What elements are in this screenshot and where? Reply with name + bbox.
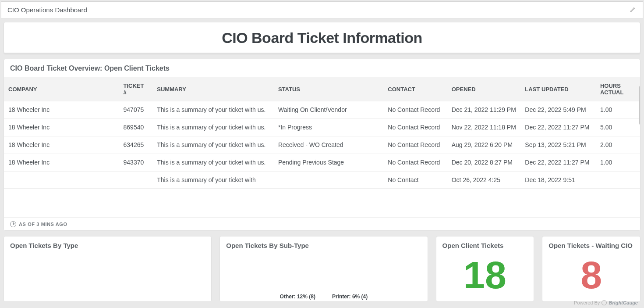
cell-ticket: 947075 (119, 101, 153, 118)
cell-opened: Oct 26, 2022 4:25 (447, 171, 521, 189)
cell-summary: This is a summary of your ticket with us… (152, 101, 274, 118)
topbar: CIO Operations Dashboard (1, 1, 643, 18)
tickets-table: COMPANY TICKET # SUMMARY STATUS CONTACT … (4, 77, 640, 101)
cell-contact: No Contact (383, 171, 447, 189)
edit-icon[interactable] (630, 6, 637, 14)
cell-status: Received - WO Created (274, 136, 383, 154)
pie-label-other: Other: 12% (8) (280, 294, 315, 300)
cell-ticket: 869540 (119, 118, 153, 136)
cell-updated: Dec 18, 2022 9:51 (520, 171, 596, 189)
cell-updated: Dec 22, 2022 5:49 PM (520, 101, 596, 118)
open-client-count: 18 (436, 251, 534, 299)
col-hours[interactable]: HOURS ACTUAL (596, 77, 640, 101)
table-row[interactable]: This is a summary of your ticket withNo … (4, 171, 640, 189)
card-title: Open Client Tickets (436, 236, 534, 251)
cell-opened: Dec 20, 2022 8:27 PM (447, 154, 521, 171)
cell-ticket: 943370 (119, 154, 153, 171)
col-updated[interactable]: LAST UPDATED (520, 77, 596, 101)
cell-hours (596, 171, 640, 189)
card-open-by-subtype: Open Tickets By Sub-Type Other: 12% (8) … (219, 236, 428, 302)
cell-summary: This is a summary of your ticket with us… (152, 154, 274, 171)
overview-title: CIO Board Ticket Overview: Open Client T… (4, 59, 640, 77)
cell-status: *In Progress (274, 118, 383, 136)
cell-summary: This is a summary of your ticket with (152, 171, 274, 189)
cell-opened: Nov 22, 2022 11:18 PM (447, 118, 521, 136)
cell-status (274, 171, 383, 189)
table-row[interactable]: 18 Wheeler Inc634265This is a summary of… (4, 136, 640, 154)
cell-opened: Dec 21, 2022 11:29 PM (447, 101, 521, 118)
col-status[interactable]: STATUS (274, 77, 383, 101)
cell-company: 18 Wheeler Inc (4, 154, 119, 171)
cell-updated: Dec 22, 2022 11:27 PM (520, 154, 596, 171)
asof-bar: AS OF 3 MINS AGO (4, 217, 640, 230)
card-title: Open Tickets - Waiting CIO (542, 236, 640, 251)
cell-contact: No Contact Record (383, 118, 447, 136)
banner-title: CIO Board Ticket Information (222, 29, 422, 47)
cell-hours: 5.00 (596, 118, 640, 136)
cell-company: 18 Wheeler Inc (4, 118, 119, 136)
dashboard-title: CIO Operations Dashboard (7, 6, 87, 14)
asof-text: AS OF 3 MINS AGO (19, 222, 67, 227)
cell-company: 18 Wheeler Inc (4, 101, 119, 118)
cell-hours: 1.00 (596, 154, 640, 171)
pie-labels: Other: 12% (8) Printer: 6% (4) (220, 294, 427, 300)
card-open-client-tickets: Open Client Tickets 18 (436, 236, 534, 302)
card-title: Open Tickets By Sub-Type (220, 236, 427, 251)
cell-summary: This is a summary of your ticket with us… (152, 136, 274, 154)
cell-opened: Aug 29, 2022 6:20 PM (447, 136, 521, 154)
scrollbar[interactable] (639, 86, 640, 125)
col-ticket[interactable]: TICKET # (119, 77, 153, 101)
cell-hours: 2.00 (596, 136, 640, 154)
cell-ticket: 634265 (119, 136, 153, 154)
cell-contact: No Contact Record (383, 136, 447, 154)
pie-label-printer: Printer: 6% (4) (332, 294, 368, 300)
cell-company (4, 171, 119, 189)
cell-ticket (119, 171, 153, 189)
table-row[interactable]: 18 Wheeler Inc943370This is a summary of… (4, 154, 640, 171)
col-summary[interactable]: SUMMARY (152, 77, 274, 101)
card-title: Open Tickets By Type (4, 236, 211, 251)
cell-contact: No Contact Record (383, 154, 447, 171)
cell-status: Waiting On Client/Vendor (274, 101, 383, 118)
cell-updated: Dec 22, 2022 11:27 PM (520, 118, 596, 136)
cell-hours: 1.00 (596, 101, 640, 118)
cell-company: 18 Wheeler Inc (4, 136, 119, 154)
table-row[interactable]: 18 Wheeler Inc869540This is a summary of… (4, 118, 640, 136)
col-opened[interactable]: OPENED (447, 77, 521, 101)
cell-summary: This is a summary of your ticket with us… (152, 118, 274, 136)
banner: CIO Board Ticket Information (4, 22, 640, 54)
waiting-cio-count: 8 (542, 251, 640, 299)
col-company[interactable]: COMPANY (4, 77, 119, 101)
cell-contact: No Contact Record (383, 101, 447, 118)
ticket-overview-card: CIO Board Ticket Overview: Open Client T… (4, 59, 640, 231)
cell-status: Pending Previous Stage (274, 154, 383, 171)
card-waiting-cio: Open Tickets - Waiting CIO 8 (542, 236, 640, 302)
table-row[interactable]: 18 Wheeler Inc947075This is a summary of… (4, 101, 640, 118)
col-contact[interactable]: CONTACT (383, 77, 447, 101)
card-open-by-type: Open Tickets By Type (4, 236, 212, 302)
cell-updated: Sep 13, 2022 5:21 PM (520, 136, 596, 154)
clock-icon (10, 221, 16, 227)
